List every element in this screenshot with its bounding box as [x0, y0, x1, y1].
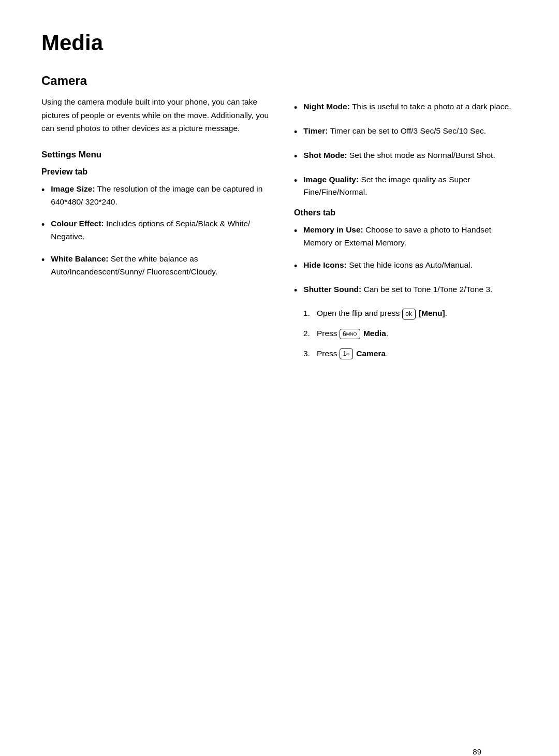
list-item-text: Night Mode: This is useful to take a pho…: [303, 100, 522, 113]
list-item-text: Shutter Sound: Can be set to Tone 1/Tone…: [303, 283, 522, 296]
list-item-text: Image Size: The resolution of the image …: [51, 183, 269, 209]
list-item-text: Image Quality: Set the image quality as …: [303, 173, 522, 199]
list-item-text: Timer: Timer can be set to Off/3 Sec/5 S…: [303, 125, 522, 138]
list-item-text: Memory in Use: Choose to save a photo to…: [303, 224, 522, 250]
one-key-icon: 1∞: [340, 348, 353, 359]
camera-intro: Using the camera module built into your …: [41, 95, 269, 135]
right-column: Night Mode: This is useful to take a pho…: [294, 74, 522, 368]
step-text: Press 6MNO Media.: [317, 327, 388, 340]
list-item: Night Mode: This is useful to take a pho…: [294, 100, 522, 115]
item-bold: Colour Effect:: [51, 219, 104, 228]
page-wrapper: Media Camera Using the camera module bui…: [41, 31, 523, 756]
step-bold: Camera: [356, 349, 386, 358]
list-item: Shot Mode: Set the shot mode as Normal/B…: [294, 149, 522, 164]
item-bold: Timer:: [303, 126, 328, 135]
item-bold: Image Size:: [51, 184, 95, 193]
top-bullet-list: Night Mode: This is useful to take a pho…: [294, 100, 522, 199]
item-bold: Memory in Use:: [303, 225, 363, 234]
list-item: Hide Icons: Set the hide icons as Auto/M…: [294, 259, 522, 274]
page-title: Media: [41, 31, 523, 55]
item-bold: Image Quality:: [303, 175, 359, 184]
list-item-text: White Balance: Set the white balance as …: [51, 253, 269, 279]
preview-bullet-list: Image Size: The resolution of the image …: [41, 183, 269, 279]
list-item: White Balance: Set the white balance as …: [41, 253, 269, 279]
list-item: Colour Effect: Includes options of Sepia…: [41, 217, 269, 243]
step-number: 3.: [303, 347, 313, 360]
two-column-layout: Camera Using the camera module built int…: [41, 74, 523, 368]
list-item: Memory in Use: Choose to save a photo to…: [294, 224, 522, 250]
others-bullet-list: Memory in Use: Choose to save a photo to…: [294, 224, 522, 298]
left-column: Camera Using the camera module built int…: [41, 74, 269, 368]
item-bold: Hide Icons:: [303, 260, 347, 269]
list-item: 3. Press 1∞ Camera.: [303, 347, 522, 360]
settings-menu-title: Settings Menu: [41, 150, 269, 160]
list-item: 1. Open the flip and press ok [Menu].: [303, 307, 522, 320]
camera-section-title: Camera: [41, 74, 269, 88]
step-text: Press 1∞ Camera.: [317, 347, 388, 360]
list-item: Image Size: The resolution of the image …: [41, 183, 269, 209]
ok-key-icon: ok: [402, 309, 416, 319]
others-tab-title: Others tab: [294, 208, 522, 217]
list-item-text: Hide Icons: Set the hide icons as Auto/M…: [303, 259, 522, 272]
step-number: 2.: [303, 327, 313, 340]
six-key-icon: 6MNO: [340, 329, 360, 340]
item-bold: White Balance:: [51, 254, 108, 263]
step-bold: Media: [363, 329, 386, 338]
page-number: 89: [473, 747, 481, 756]
item-bold: Shutter Sound:: [303, 285, 361, 294]
step-text: Open the flip and press ok [Menu].: [317, 307, 447, 320]
list-item-text: Shot Mode: Set the shot mode as Normal/B…: [303, 149, 522, 162]
item-bold: Night Mode:: [303, 102, 350, 111]
step-number: 1.: [303, 307, 313, 320]
item-bold: Shot Mode:: [303, 151, 347, 159]
numbered-steps-list: 1. Open the flip and press ok [Menu]. 2.…: [303, 307, 522, 360]
preview-tab-title: Preview tab: [41, 167, 269, 177]
list-item: Timer: Timer can be set to Off/3 Sec/5 S…: [294, 125, 522, 140]
list-item: 2. Press 6MNO Media.: [303, 327, 522, 340]
list-item: Shutter Sound: Can be set to Tone 1/Tone…: [294, 283, 522, 298]
step-bold: [Menu]: [419, 309, 445, 317]
list-item: Image Quality: Set the image quality as …: [294, 173, 522, 199]
list-item-text: Colour Effect: Includes options of Sepia…: [51, 217, 269, 243]
